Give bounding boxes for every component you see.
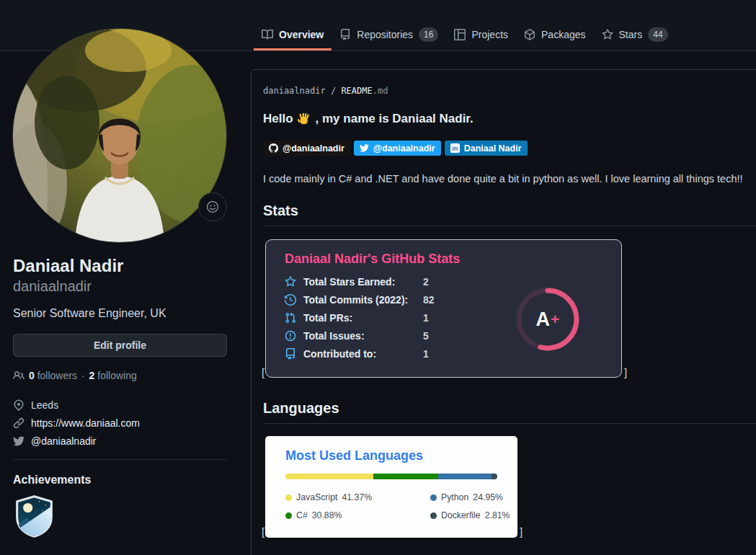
tab-stars[interactable]: Stars 44 (594, 18, 676, 50)
github-icon (269, 143, 278, 153)
tab-packages[interactable]: Packages (516, 18, 593, 50)
readme-intro-text: I code mainly in C# and .NET and have do… (263, 173, 743, 185)
avatar[interactable] (13, 29, 226, 242)
stat-row: Total Commits (2022): 82 (285, 294, 486, 306)
location-text: Leeds (31, 399, 58, 411)
wave-icon (298, 112, 311, 126)
profile-bio: Senior Software Engineer, UK (13, 307, 166, 320)
tab-label: Repositories (357, 29, 413, 40)
star-icon (285, 276, 296, 288)
bracket-close: ] (520, 525, 522, 538)
issue-icon (285, 330, 296, 342)
followers-row: 0 followers · 2 following (13, 370, 137, 381)
language-dot (285, 512, 292, 519)
repo-icon (339, 29, 351, 40)
bracket-close: ] (624, 366, 627, 378)
stats-card-title: Daniaal Nadir's GitHub Stats (285, 252, 460, 267)
language-bar-segment (492, 474, 497, 479)
book-icon (262, 29, 273, 40)
legend-item: C#30.88% (285, 510, 386, 520)
following-link[interactable]: 2 following (89, 370, 137, 381)
sidebar-divider (13, 459, 227, 460)
star-icon (602, 29, 613, 40)
bracket-open: [ (262, 366, 264, 378)
language-bar (285, 474, 497, 479)
tab-label: Projects (471, 29, 508, 40)
achievement-badge[interactable] (14, 494, 55, 538)
language-bar-segment (438, 474, 491, 479)
stars-count-badge: 44 (648, 27, 667, 42)
tab-repositories[interactable]: Repositories 16 (332, 18, 446, 50)
legend-item: Dockerfile2.81% (430, 510, 531, 520)
language-dot (285, 494, 292, 501)
twitter-row: @daniaalnadir (13, 435, 97, 447)
website-link[interactable]: https://www.daniaal.com (31, 417, 140, 429)
bracket-open: [ (262, 525, 264, 538)
edit-profile-button[interactable]: Edit profile (13, 334, 227, 357)
stat-row: Total PRs: 1 (285, 312, 486, 324)
language-bar-segment (373, 474, 439, 479)
top-languages-card[interactable]: Most Used Languages JavaScript41.37% C#3… (265, 436, 517, 538)
stat-row: Total Stars Earned: 2 (285, 276, 486, 288)
github-profile-page: Overview Repositories 16 Projects Packag… (0, 0, 756, 555)
language-legend: JavaScript41.37% C#30.88% Python24.95% D… (285, 492, 531, 520)
languages-heading: Languages (263, 400, 756, 424)
stat-row: Contributed to: 1 (285, 348, 486, 360)
twitter-link[interactable]: @daniaalnadir (31, 435, 97, 447)
people-icon (13, 370, 25, 381)
social-badges: @daniaalnadir @daniaalnadir in Daniaal N… (263, 141, 528, 156)
legend-item: JavaScript41.37% (285, 492, 386, 502)
profile-tabs: Overview Repositories 16 Projects Packag… (254, 18, 676, 50)
github-badge[interactable]: @daniaalnadir (263, 141, 350, 156)
stat-row: Total Issues: 5 (285, 330, 486, 342)
twitter-icon (13, 435, 25, 447)
followers-link[interactable]: 0 followers (29, 370, 77, 381)
tab-label: Overview (279, 29, 324, 40)
langs-card-title: Most Used Languages (285, 448, 423, 463)
github-stats-card[interactable]: Daniaal Nadir's GitHub Stats Total Stars… (265, 239, 622, 378)
history-icon (285, 294, 296, 306)
twitter-badge[interactable]: @daniaalnadir (354, 141, 441, 156)
website-row: https://www.daniaal.com (13, 417, 140, 429)
tab-label: Packages (541, 29, 585, 40)
set-status-button[interactable] (198, 192, 227, 221)
language-dot (430, 512, 437, 519)
achievements-heading: Achievements (13, 474, 92, 487)
pull-request-icon (285, 312, 296, 324)
readme-card: daniaalnadir / README.md Hello , my name… (251, 69, 756, 555)
stats-rows: Total Stars Earned: 2 Total Commits (202… (285, 276, 486, 360)
rank-ring: A+ (509, 280, 587, 358)
tab-projects[interactable]: Projects (446, 18, 516, 50)
tab-label: Stars (619, 29, 643, 40)
package-icon (524, 29, 535, 40)
location-icon (13, 399, 25, 411)
project-icon (454, 29, 466, 40)
separator-dot: · (81, 370, 85, 381)
readme-breadcrumb[interactable]: daniaalnadir / README.md (263, 86, 388, 96)
language-bar-segment (285, 474, 373, 479)
language-dot (430, 494, 437, 501)
twitter-icon (360, 143, 369, 153)
profile-name: Daniaal Nadir (13, 256, 123, 276)
legend-item: Python24.95% (430, 492, 531, 502)
repo-icon (285, 348, 296, 360)
readme-greeting-heading: Hello , my name is Daniaal Nadir. (263, 112, 473, 126)
linkedin-badge[interactable]: in Daniaal Nadir (445, 141, 528, 156)
profile-username: daniaalnadir (13, 278, 92, 295)
stats-heading: Stats (263, 203, 756, 226)
location-row: Leeds (13, 399, 58, 411)
linkedin-icon: in (450, 143, 460, 153)
rank-text: A+ (509, 280, 587, 358)
link-icon (13, 417, 25, 429)
repositories-count-badge: 16 (419, 27, 438, 42)
smiley-icon (206, 200, 219, 213)
tab-overview[interactable]: Overview (254, 18, 332, 50)
